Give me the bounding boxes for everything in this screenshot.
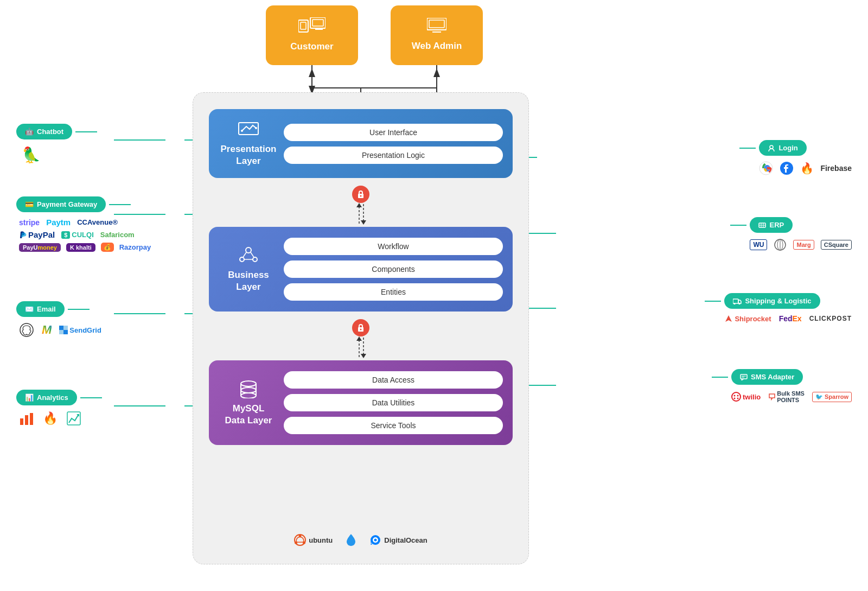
dashed-arrows-1	[353, 203, 369, 225]
stripe-logo: stripe	[19, 218, 40, 227]
chart-icon	[66, 411, 81, 426]
sms-logos: twilio Bulk SMSPOINTS 🐦 Sparrow	[712, 390, 852, 403]
lock-icon-1	[352, 186, 369, 203]
webadmin-box: Web Admin	[391, 5, 483, 65]
dashed-arrows-2	[353, 336, 369, 358]
svg-marker-36	[361, 220, 366, 225]
openai-logo	[19, 322, 34, 338]
presentation-items: User Interface Presentation Logic	[278, 124, 503, 164]
email-icon: ✉️	[25, 305, 34, 313]
svg-rect-24	[429, 20, 444, 28]
data-layer: MySQLData Layer Data Access Data Utiliti…	[209, 360, 513, 445]
business-layer: BusinessLayer Workflow Components Entiti…	[209, 227, 513, 312]
svg-point-52	[241, 387, 256, 393]
csquare-logo: CSquare	[821, 240, 852, 250]
firebase-logo: 🔥	[800, 162, 814, 175]
extra-pay-logo: 💰	[101, 243, 114, 252]
email-label: Email	[37, 305, 56, 313]
sms-btn[interactable]: SMS Adapter	[731, 369, 803, 385]
svg-rect-64	[371, 542, 373, 543]
shipping-btn[interactable]: Shipping & Logistic	[724, 293, 820, 309]
lock-connector-1	[352, 186, 369, 225]
erp-btn[interactable]: ERP	[750, 217, 793, 233]
svg-marker-46	[356, 336, 362, 341]
firebase-icon: 🔥	[43, 411, 58, 425]
svg-rect-90	[741, 374, 747, 379]
firebase-text: Firebase	[820, 164, 852, 173]
svg-point-95	[737, 395, 738, 397]
presentation-title: PresentationLayer	[221, 143, 277, 167]
login-logos: 🔥 Firebase	[739, 161, 852, 175]
data-icon-area: MySQLData Layer	[219, 379, 278, 427]
login-panel: Login 🔥 Firebase	[739, 140, 852, 175]
email-logos: M SendGrid	[16, 322, 101, 338]
svg-marker-34	[356, 203, 362, 207]
payment-btn[interactable]: 💳 Payment Gateway	[16, 196, 106, 212]
payment-label: Payment Gateway	[37, 200, 97, 208]
bulksms-logo: Bulk SMSPOINTS	[768, 390, 805, 403]
erp-logo1: WU	[750, 239, 767, 250]
analytics-line	[80, 397, 102, 398]
arch-container: PresentationLayer User Interface Present…	[193, 92, 529, 564]
facebook-logo	[780, 161, 794, 175]
sendgrid-logo: SendGrid	[59, 326, 101, 334]
svg-point-49	[241, 381, 256, 386]
payment-icon: 💳	[25, 200, 34, 208]
payment-logos: stripe Paytm CCAvenue® PayPal $CULQI Saf…	[16, 218, 151, 252]
svg-point-55	[241, 393, 256, 398]
svg-rect-67	[59, 326, 63, 330]
svg-rect-65	[371, 544, 372, 545]
svg-rect-68	[63, 330, 68, 334]
svg-rect-70	[59, 330, 63, 334]
ui-item: User Interface	[284, 124, 503, 141]
khalti-logo: K khalti	[66, 243, 95, 252]
svg-marker-89	[725, 315, 732, 322]
email-btn[interactable]: ✉️ Email	[16, 301, 65, 317]
svg-point-93	[732, 392, 741, 401]
customer-label: Customer	[290, 41, 333, 53]
svg-rect-86	[733, 299, 738, 303]
shipping-panel: Shipping & Logistic Shiprocket FedEx CLI…	[705, 293, 852, 323]
diagram-container: Customer Web Admin	[0, 0, 868, 591]
twilio-logo: twilio	[731, 392, 761, 402]
safaricom-logo: Safaricom	[100, 231, 135, 239]
shipping-logos: Shiprocket FedEx CLICKPOST	[705, 314, 852, 323]
chatbot-line	[75, 131, 97, 132]
sms-panel: SMS Adapter twilio Bulk SMSPOINTS 🐦 Spar…	[712, 369, 852, 403]
email-panel: ✉️ Email M SendGrid	[16, 301, 101, 338]
digitalocean-logo: DigitalOcean	[369, 534, 427, 546]
email-line	[68, 309, 90, 310]
svg-rect-21	[312, 20, 323, 26]
svg-point-38	[240, 257, 244, 262]
login-btn[interactable]: Login	[759, 140, 806, 156]
svg-point-94	[733, 395, 735, 397]
svg-point-29	[255, 127, 257, 129]
clickpost-logo: CLICKPOST	[809, 315, 852, 322]
svg-point-28	[241, 130, 243, 132]
shipping-icon	[733, 298, 742, 304]
data-utils-item: Data Utilities	[284, 394, 503, 411]
ubuntu-text: ubuntu	[309, 536, 333, 544]
bottom-logos: ubuntu DigitalOcean	[294, 524, 427, 548]
svg-point-63	[374, 539, 377, 542]
svg-rect-72	[25, 415, 28, 425]
business-items: Workflow Components Entities	[278, 238, 503, 301]
digitalocean-text: DigitalOcean	[384, 536, 427, 544]
sms-label: SMS Adapter	[751, 373, 794, 381]
analytics-btn[interactable]: 📊 Analytics	[16, 390, 77, 405]
marg-logo: Marg	[793, 240, 814, 250]
login-line	[739, 148, 756, 149]
service-tools-item: Service Tools	[284, 417, 503, 434]
data-access-item: Data Access	[284, 371, 503, 389]
payumoney-logo: PayUmoney	[19, 243, 61, 252]
razorpay-logo: Razorpay	[119, 243, 151, 251]
sms-line	[712, 377, 728, 378]
erp-panel: ERP WU Marg CSquare	[730, 217, 852, 251]
chatbot-btn[interactable]: 🤖 Chatbot	[16, 124, 72, 139]
lock-connector-2	[352, 319, 369, 358]
chatbot-panel: 🤖 Chatbot 🦜	[16, 124, 97, 164]
workflow-item: Workflow	[284, 238, 503, 255]
login-icon	[768, 144, 775, 152]
shipping-label: Shipping & Logistic	[745, 297, 811, 305]
payment-line	[109, 204, 131, 205]
